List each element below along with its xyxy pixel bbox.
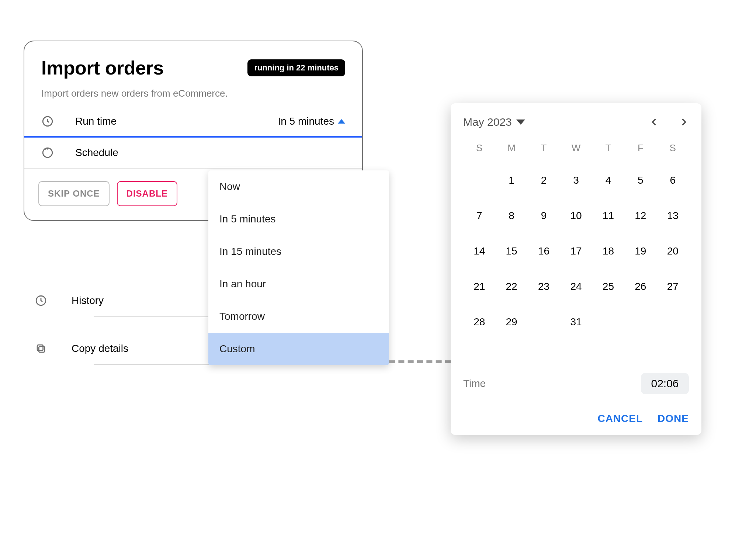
datepicker-header: May 2023 [463, 116, 689, 128]
calendar-day[interactable]: 14 [463, 241, 495, 262]
calendar-day[interactable]: 21 [463, 276, 495, 297]
calendar-day[interactable]: 11 [592, 205, 624, 226]
calendar-day[interactable]: 6 [657, 170, 689, 191]
calendar-day[interactable]: 7 [463, 205, 495, 226]
caret-down-icon [516, 120, 525, 125]
card-header: Import orders running in 22 minutes [24, 41, 362, 83]
calendar-day[interactable]: 19 [624, 241, 656, 262]
runtime-row[interactable]: Run time In 5 minutes [24, 107, 362, 138]
month-label: May 2023 [463, 116, 512, 128]
card-title: Import orders [41, 57, 164, 79]
calendar-day[interactable]: 26 [624, 276, 656, 297]
calendar-day[interactable]: 3 [560, 170, 592, 191]
calendar-day[interactable]: 4 [592, 170, 624, 191]
date-picker: May 2023 SMTWTFS123456789101112131415161… [451, 103, 701, 435]
day-of-week-header: M [495, 138, 527, 155]
svg-rect-3 [39, 346, 45, 352]
time-label: Time [463, 378, 486, 389]
cancel-button[interactable]: CANCEL [597, 413, 643, 425]
runtime-value: In 5 minutes [278, 115, 334, 127]
status-badge: running in 22 minutes [247, 59, 345, 76]
dropdown-item[interactable]: Now [208, 170, 389, 203]
dropdown-item[interactable]: Tomorrow [208, 300, 389, 333]
calendar-day[interactable]: 31 [560, 312, 592, 332]
prev-month-button[interactable] [649, 117, 659, 127]
day-of-week-header: S [463, 138, 495, 155]
calendar-day[interactable]: 13 [657, 205, 689, 226]
clock-icon [41, 115, 54, 128]
calendar-day[interactable]: 20 [657, 241, 689, 262]
calendar-day[interactable]: 8 [495, 205, 527, 226]
calendar-day[interactable]: 23 [528, 276, 560, 297]
calendar-day[interactable]: 24 [560, 276, 592, 297]
dropdown-item[interactable]: In 5 minutes [208, 203, 389, 235]
copy-details-label: Copy details [72, 343, 128, 354]
history-label: History [72, 295, 104, 307]
schedule-label: Schedule [75, 147, 118, 159]
calendar-cell-empty [463, 170, 495, 191]
card-description: Import orders new orders from eCommerce. [24, 83, 362, 107]
history-icon [35, 294, 47, 307]
calendar-day[interactable]: 12 [624, 205, 656, 226]
connector-line [389, 360, 451, 363]
dropdown-item[interactable]: Custom [208, 333, 389, 365]
calendar-day[interactable]: 17 [560, 241, 592, 262]
runtime-label: Run time [75, 115, 117, 127]
disable-button[interactable]: DISABLE [117, 181, 177, 206]
day-of-week-header: W [560, 138, 592, 155]
calendar-day[interactable]: 10 [560, 205, 592, 226]
calendar-day[interactable]: 1 [495, 170, 527, 191]
day-of-week-header: F [624, 138, 656, 155]
calendar-day[interactable]: 29 [495, 312, 527, 332]
done-button[interactable]: DONE [658, 413, 689, 425]
calendar-grid: SMTWTFS123456789101112131415161718192021… [463, 138, 689, 332]
calendar-day[interactable]: 15 [495, 241, 527, 262]
svg-rect-4 [37, 345, 43, 351]
skip-once-button[interactable]: SKIP ONCE [38, 181, 110, 206]
runtime-dropdown: NowIn 5 minutesIn 15 minutesIn an hourTo… [208, 170, 389, 365]
dropdown-item[interactable]: In an hour [208, 268, 389, 300]
calendar-day[interactable]: 28 [463, 312, 495, 332]
copy-icon [35, 342, 47, 355]
calendar-day[interactable]: 9 [528, 205, 560, 226]
calendar-day[interactable]: 30 [528, 312, 560, 332]
calendar-day[interactable]: 27 [657, 276, 689, 297]
datepicker-actions: CANCEL DONE [463, 413, 689, 425]
calendar-day[interactable]: 5 [624, 170, 656, 191]
calendar-day[interactable]: 22 [495, 276, 527, 297]
day-of-week-header: T [528, 138, 560, 155]
month-selector[interactable]: May 2023 [463, 116, 525, 128]
day-of-week-header: T [592, 138, 624, 155]
schedule-row[interactable]: Schedule [24, 138, 362, 169]
time-input[interactable]: 02:06 [641, 373, 689, 394]
calendar-day[interactable]: 16 [528, 241, 560, 262]
calendar-day[interactable]: 25 [592, 276, 624, 297]
time-row: Time 02:06 [463, 373, 689, 394]
calendar-day[interactable]: 2 [528, 170, 560, 191]
calendar-day[interactable]: 18 [592, 241, 624, 262]
caret-up-icon [338, 119, 345, 124]
next-month-button[interactable] [679, 117, 689, 127]
dropdown-item[interactable]: In 15 minutes [208, 235, 389, 268]
schedule-icon [41, 146, 54, 159]
day-of-week-header: S [657, 138, 689, 155]
